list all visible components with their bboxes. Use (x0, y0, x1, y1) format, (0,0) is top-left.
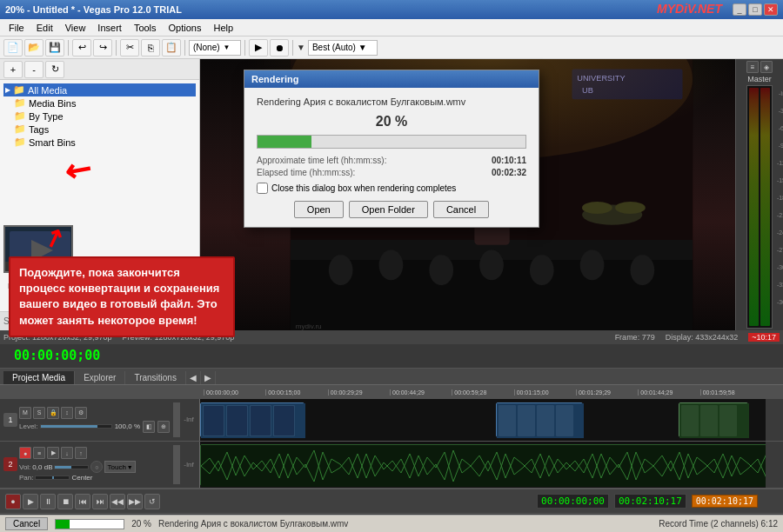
track-2-knob[interactable]: ○ (90, 461, 103, 473)
audio-waveform: // Generate waveform (201, 445, 766, 487)
track-2-touch-dropdown[interactable]: Touch ▼ (104, 461, 135, 473)
transport-loop[interactable]: ↺ (144, 494, 160, 509)
clip-3-frames (679, 403, 749, 438)
minimize-button[interactable]: _ (733, 3, 746, 16)
cut-button[interactable]: ✂ (120, 39, 139, 57)
video-clip-1[interactable] (200, 402, 304, 437)
vu-tick-12: -12 (777, 160, 783, 166)
media-refresh-button[interactable]: ↻ (45, 61, 64, 78)
ruler-marks-area: 00:00:00;00 00:00:15;00 00:00:29;29 00:0… (204, 389, 762, 396)
track-1-mute[interactable]: M (19, 407, 31, 419)
track-2-pan-slider[interactable] (35, 475, 70, 480)
transport-prev-frame[interactable]: ◀◀ (110, 494, 125, 509)
main-toolbar: 📄 📂 💾 ↩ ↪ ✂ ⎘ 📋 (None) ▼ ▶ ⏺ ▼ Best (Aut… (0, 37, 783, 59)
menu-view[interactable]: View (60, 22, 91, 34)
transport-bar: ● ▶ ⏸ ⏹ ⏮ ⏭ ◀◀ ▶▶ ↺ 00:00:00;00 00:02:10… (0, 489, 783, 513)
lower-tab-bar: Project Media Explorer Transitions ◀ ▶ (0, 369, 783, 386)
track-2-resize-handle[interactable] (173, 445, 180, 484)
quality-select[interactable]: Best (Auto) ▼ (308, 40, 378, 56)
play-button[interactable]: ▶ (249, 39, 268, 57)
close-dialog-checkbox[interactable] (257, 183, 268, 194)
track-1-expand[interactable]: ↕ (61, 407, 73, 419)
track-2-record[interactable]: ● (19, 447, 31, 459)
cancel-render-button[interactable]: Cancel (433, 201, 489, 218)
menu-options[interactable]: Options (164, 22, 207, 34)
track-2-mute[interactable]: ≡ (33, 447, 45, 459)
tree-label-all-media: All Media (28, 85, 67, 96)
open-folder-button[interactable]: Open Folder (349, 201, 428, 218)
tab-transitions[interactable]: Transitions (125, 371, 186, 384)
vu-tick-24: -24 (777, 229, 783, 236)
transport-prev[interactable]: ⏮ (75, 494, 90, 509)
status-progress-fill (56, 520, 70, 529)
redo-button[interactable]: ↪ (93, 39, 112, 57)
tree-all-media[interactable]: ▶ 📁 All Media (3, 83, 196, 96)
save-button[interactable]: 💾 (45, 39, 64, 57)
transport-stop[interactable]: ⏹ (57, 494, 73, 509)
media-remove-button[interactable]: - (24, 61, 44, 78)
record-button[interactable]: ⏺ (270, 39, 289, 57)
copy-button[interactable]: ⎘ (141, 39, 160, 57)
media-add-button[interactable]: + (3, 61, 23, 78)
none-dropdown[interactable]: (None) ▼ (189, 40, 241, 56)
tab-arrow-right[interactable]: ▶ (201, 371, 216, 384)
tree-media-bins[interactable]: 📁 Media Bins (3, 96, 196, 110)
master-ctrl-2[interactable]: ◈ (760, 61, 773, 73)
new-button[interactable]: 📄 (3, 39, 23, 57)
elapsed-value: 00:02:32 (492, 168, 526, 177)
track-1-lock[interactable]: 🔒 (47, 407, 59, 419)
track-1-resize-handle[interactable] (173, 402, 180, 437)
tree-tags[interactable]: 📁 Tags (3, 123, 196, 136)
track-2-vol-slider[interactable] (54, 465, 89, 469)
tab-explorer[interactable]: Explorer (75, 371, 125, 384)
menu-tools[interactable]: Tools (129, 22, 162, 34)
track-2-settings[interactable]: ↑ (75, 447, 87, 459)
tab-project-media[interactable]: Project Media (3, 371, 75, 384)
status-cancel-button[interactable]: Cancel (5, 517, 48, 530)
menu-file[interactable]: File (3, 22, 30, 34)
track-1-level-btn2[interactable]: ⊕ (157, 421, 170, 433)
undo-button[interactable]: ↩ (72, 39, 91, 57)
tree-smart-bins[interactable]: 📁 Smart Bins (3, 136, 196, 149)
close-button[interactable]: ✕ (764, 3, 778, 16)
track-1-solo[interactable]: S (33, 407, 45, 419)
track-1-settings[interactable]: ⚙ (75, 407, 87, 419)
render-progress-container (257, 135, 526, 149)
master-ctrl-1[interactable]: ≡ (746, 61, 759, 73)
vu-tick-33: -33 (777, 282, 783, 288)
menu-edit[interactable]: Edit (31, 22, 58, 34)
track-2-pan-value: Center (71, 474, 92, 482)
track-1-level-slider[interactable] (40, 424, 111, 429)
audio-clip-1[interactable]: // Generate waveform (200, 444, 766, 486)
ruler-44: 00:00:44;29 (390, 389, 452, 396)
transport-pause[interactable]: ⏸ (40, 494, 56, 509)
track-2-lock[interactable]: ↓ (61, 447, 73, 459)
tree-label-smart-bins: Smart Bins (29, 137, 76, 148)
maximize-button[interactable]: □ (748, 3, 762, 16)
menu-insert[interactable]: Insert (92, 22, 127, 34)
track-1-level-btn1[interactable]: ◧ (143, 421, 155, 433)
transport-next[interactable]: ⏭ (92, 494, 108, 509)
menu-help[interactable]: Help (208, 22, 238, 34)
track-2-pan-label: Pan: (19, 474, 33, 482)
video-clip-3[interactable] (679, 402, 748, 437)
track-1-controls: M S 🔒 ↕ ⚙ Level: 100,0 % ◧ ⊕ (19, 407, 170, 433)
video-clip-2[interactable] (496, 402, 583, 437)
open-button[interactable]: 📂 (24, 39, 44, 57)
open-file-button[interactable]: Open (294, 201, 344, 218)
transport-next-frame[interactable]: ▶▶ (127, 494, 143, 509)
folder-icon-5: 📁 (14, 136, 26, 148)
track-2-solo[interactable]: ▶ (47, 447, 59, 459)
audio-track-content: // Generate waveform (200, 442, 766, 488)
toolbar-separator-3 (184, 40, 185, 56)
ruler-29: 00:00:29;29 (328, 389, 390, 396)
tab-arrow-left[interactable]: ◀ (186, 371, 201, 384)
paste-button[interactable]: 📋 (162, 39, 181, 57)
render-dialog: Rendering Rendering Ария с вокалистом Бу… (244, 70, 539, 228)
master-label: Master (747, 75, 772, 83)
tree-by-type[interactable]: 📁 By Type (3, 110, 196, 123)
track-1-top-controls: M S 🔒 ↕ ⚙ (19, 407, 170, 419)
transport-play[interactable]: ▶ (23, 494, 38, 509)
transport-record[interactable]: ● (5, 494, 21, 509)
render-approx-row: Approximate time left (hh:mm:ss): 00:10:… (257, 156, 526, 165)
